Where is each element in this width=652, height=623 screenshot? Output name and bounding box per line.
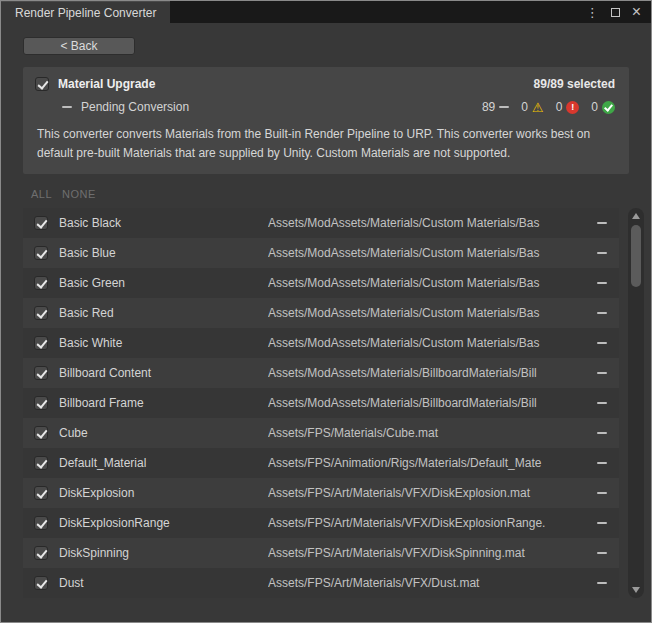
item-name: Billboard Frame bbox=[59, 396, 268, 410]
item-pending-dash-icon bbox=[597, 372, 607, 374]
item-pending-dash-icon bbox=[597, 582, 607, 584]
item-checkbox[interactable] bbox=[34, 546, 48, 560]
warning-icon: ⚠ bbox=[532, 101, 544, 114]
list-item[interactable]: Billboard Frame Assets/ModAssets/Materia… bbox=[23, 388, 619, 418]
item-name: DiskSpinning bbox=[59, 546, 268, 560]
item-checkbox[interactable] bbox=[34, 336, 48, 350]
list-item[interactable]: Basic Green Assets/ModAssets/Materials/C… bbox=[23, 268, 619, 298]
item-checkbox[interactable] bbox=[34, 576, 48, 590]
scroll-up-icon[interactable] bbox=[632, 213, 640, 219]
converter-title: Material Upgrade bbox=[58, 77, 155, 91]
item-path: Assets/ModAssets/Materials/Custom Materi… bbox=[268, 216, 585, 230]
item-name: DiskExplosion bbox=[59, 486, 268, 500]
item-status bbox=[585, 252, 619, 254]
selection-shortcuts: ALL NONE bbox=[31, 188, 629, 200]
item-name: DiskExplosionRange bbox=[59, 516, 268, 530]
converter-header: Material Upgrade 89/89 selected bbox=[35, 77, 615, 91]
window-tab[interactable]: Render Pipeline Converter bbox=[1, 1, 170, 23]
item-status bbox=[585, 342, 619, 344]
item-checkbox[interactable] bbox=[34, 216, 48, 230]
item-checkbox[interactable] bbox=[34, 246, 48, 260]
all-button[interactable]: ALL bbox=[31, 188, 52, 200]
menu-icon[interactable]: ⋮ bbox=[586, 6, 599, 19]
item-name: Basic Blue bbox=[59, 246, 268, 260]
item-path: Assets/FPS/Art/Materials/VFX/Dust.mat bbox=[268, 576, 585, 590]
pending-label: Pending Conversion bbox=[81, 100, 189, 114]
vertical-scrollbar[interactable] bbox=[628, 208, 644, 598]
titlebar-spacer bbox=[170, 1, 585, 23]
item-pending-dash-icon bbox=[597, 342, 607, 344]
scrollbar-thumb[interactable] bbox=[631, 225, 641, 287]
item-checkbox[interactable] bbox=[34, 486, 48, 500]
item-status bbox=[585, 432, 619, 434]
item-pending-dash-icon bbox=[597, 492, 607, 494]
item-name: Dust bbox=[59, 576, 268, 590]
item-path: Assets/FPS/Art/Materials/VFX/DiskExplosi… bbox=[268, 486, 585, 500]
item-path: Assets/ModAssets/Materials/BillboardMate… bbox=[268, 366, 585, 380]
pending-count-group: 89 bbox=[482, 100, 509, 114]
list-item[interactable]: Default_Material Assets/FPS/Animation/Ri… bbox=[23, 448, 619, 478]
item-pending-dash-icon bbox=[597, 552, 607, 554]
item-status bbox=[585, 582, 619, 584]
item-name: Cube bbox=[59, 426, 268, 440]
list-item[interactable]: Dust Assets/FPS/Art/Materials/VFX/Dust.m… bbox=[23, 568, 619, 598]
item-name: Basic Red bbox=[59, 306, 268, 320]
list-item[interactable]: Basic Black Assets/ModAssets/Materials/C… bbox=[23, 208, 619, 238]
title-bar: Render Pipeline Converter ⋮ × bbox=[1, 1, 651, 23]
item-status bbox=[585, 492, 619, 494]
materials-list: Basic Black Assets/ModAssets/Materials/C… bbox=[23, 208, 619, 598]
item-pending-dash-icon bbox=[597, 282, 607, 284]
item-path: Assets/ModAssets/Materials/Custom Materi… bbox=[268, 336, 585, 350]
none-button[interactable]: NONE bbox=[62, 188, 96, 200]
converter-panel: Material Upgrade 89/89 selected Pending … bbox=[23, 67, 629, 174]
item-pending-dash-icon bbox=[597, 222, 607, 224]
list-item[interactable]: Cube Assets/FPS/Materials/Cube.mat bbox=[23, 418, 619, 448]
back-button[interactable]: < Back bbox=[23, 37, 135, 55]
item-checkbox[interactable] bbox=[34, 366, 48, 380]
item-checkbox[interactable] bbox=[34, 396, 48, 410]
item-checkbox[interactable] bbox=[34, 306, 48, 320]
warning-count: 0 bbox=[521, 100, 528, 114]
converter-description: This converter converts Materials from t… bbox=[35, 117, 615, 164]
list-item[interactable]: Basic White Assets/ModAssets/Materials/C… bbox=[23, 328, 619, 358]
list-item[interactable]: Basic Red Assets/ModAssets/Materials/Cus… bbox=[23, 298, 619, 328]
list-item[interactable]: DiskExplosionRange Assets/FPS/Art/Materi… bbox=[23, 508, 619, 538]
success-count: 0 bbox=[591, 100, 598, 114]
material-upgrade-checkbox[interactable] bbox=[35, 77, 49, 91]
success-count-group: 0 bbox=[591, 100, 615, 114]
success-icon bbox=[602, 101, 615, 114]
item-checkbox[interactable] bbox=[34, 276, 48, 290]
list-item[interactable]: Basic Blue Assets/ModAssets/Materials/Cu… bbox=[23, 238, 619, 268]
item-pending-dash-icon bbox=[597, 462, 607, 464]
error-count: 0 bbox=[556, 100, 563, 114]
window-controls: ⋮ × bbox=[586, 1, 651, 23]
item-status bbox=[585, 522, 619, 524]
pending-conversion-row: Pending Conversion 89 0 ⚠ 0 ! bbox=[35, 91, 615, 117]
scroll-down-icon[interactable] bbox=[632, 587, 640, 593]
list-item[interactable]: Billboard Content Assets/ModAssets/Mater… bbox=[23, 358, 619, 388]
item-name: Default_Material bbox=[59, 456, 268, 470]
close-icon[interactable]: × bbox=[632, 4, 641, 20]
item-status bbox=[585, 552, 619, 554]
item-checkbox[interactable] bbox=[34, 456, 48, 470]
item-status bbox=[585, 312, 619, 314]
warning-count-group: 0 ⚠ bbox=[521, 100, 543, 114]
item-path: Assets/FPS/Art/Materials/VFX/DiskSpinnin… bbox=[268, 546, 585, 560]
error-icon: ! bbox=[566, 101, 579, 114]
maximize-icon[interactable] bbox=[611, 8, 620, 17]
item-checkbox[interactable] bbox=[34, 426, 48, 440]
item-status bbox=[585, 402, 619, 404]
item-path: Assets/ModAssets/Materials/Custom Materi… bbox=[268, 306, 585, 320]
list-area: Basic Black Assets/ModAssets/Materials/C… bbox=[1, 208, 651, 598]
item-path: Assets/FPS/Materials/Cube.mat bbox=[268, 426, 585, 440]
item-pending-dash-icon bbox=[597, 522, 607, 524]
item-checkbox[interactable] bbox=[34, 516, 48, 530]
pending-status-icon bbox=[499, 106, 509, 108]
item-pending-dash-icon bbox=[597, 252, 607, 254]
window-title: Render Pipeline Converter bbox=[15, 6, 156, 20]
list-item[interactable]: DiskExplosion Assets/FPS/Art/Materials/V… bbox=[23, 478, 619, 508]
list-item[interactable]: DiskSpinning Assets/FPS/Art/Materials/VF… bbox=[23, 538, 619, 568]
window-content: < Back Material Upgrade 89/89 selected P… bbox=[1, 23, 651, 622]
item-path: Assets/FPS/Art/Materials/VFX/DiskExplosi… bbox=[268, 516, 585, 530]
item-path: Assets/ModAssets/Materials/BillboardMate… bbox=[268, 396, 585, 410]
